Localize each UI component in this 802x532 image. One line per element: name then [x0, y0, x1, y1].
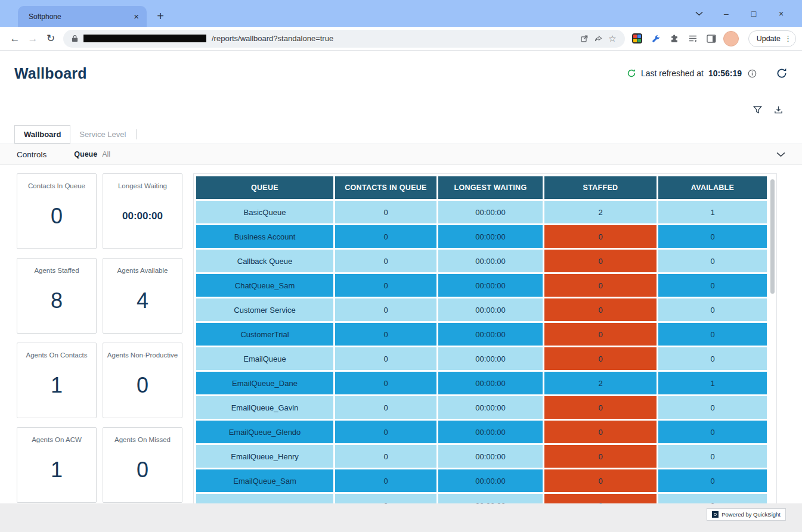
- contacts-cell[interactable]: 0: [335, 201, 436, 223]
- close-button[interactable]: ×: [767, 9, 795, 18]
- longest-cell[interactable]: 00:00:00: [438, 421, 543, 443]
- available-cell[interactable]: 0: [658, 396, 767, 419]
- queue-cell[interactable]: Business Account: [196, 225, 333, 248]
- address-bar[interactable]: /reports/wallboard?standalone=true ☆: [63, 30, 625, 48]
- queue-cell[interactable]: CustomerTrial: [196, 323, 333, 346]
- queue-cell[interactable]: Customer Service: [196, 298, 333, 321]
- window-chevron-icon[interactable]: [685, 11, 713, 16]
- available-cell[interactable]: 1: [658, 201, 767, 223]
- available-cell[interactable]: 1: [658, 372, 767, 394]
- staffed-cell[interactable]: 0: [544, 396, 657, 419]
- longest-cell[interactable]: 00:00:00: [438, 494, 543, 504]
- staffed-cell[interactable]: 0: [544, 347, 657, 370]
- longest-cell[interactable]: 00:00:00: [438, 201, 543, 223]
- back-button[interactable]: ←: [6, 33, 24, 45]
- available-cell[interactable]: 0: [658, 274, 767, 297]
- column-header-contacts-in-queue[interactable]: CONTACTS IN QUEUE: [335, 176, 436, 199]
- reading-list-icon[interactable]: [686, 32, 699, 45]
- new-tab-button[interactable]: +: [151, 7, 169, 25]
- available-cell[interactable]: 0: [658, 298, 767, 321]
- maximize-button[interactable]: □: [740, 9, 767, 18]
- export-download-icon[interactable]: [774, 105, 783, 114]
- column-header-queue[interactable]: QUEUE: [196, 176, 333, 199]
- queue-cell[interactable]: BasicQueue: [196, 201, 333, 223]
- queue-filter[interactable]: Queue All: [74, 150, 110, 158]
- browser-tab[interactable]: Softphone ×: [18, 6, 147, 27]
- browser-menu-kebab-icon[interactable]: ⋮: [784, 34, 792, 43]
- staffed-cell[interactable]: 0: [544, 298, 657, 321]
- column-header-longest-waiting[interactable]: LONGEST WAITING: [438, 176, 543, 199]
- staffed-cell[interactable]: 0: [544, 494, 657, 504]
- staffed-cell[interactable]: 0: [544, 274, 657, 297]
- color-extension-icon[interactable]: [631, 32, 644, 45]
- filter-funnel-icon[interactable]: [753, 105, 762, 114]
- contacts-cell[interactable]: 0: [335, 347, 436, 370]
- longest-cell[interactable]: 00:00:00: [438, 372, 543, 394]
- refresh-dashboard-button[interactable]: [776, 67, 788, 79]
- longest-cell[interactable]: 00:00:00: [438, 323, 543, 346]
- staffed-cell[interactable]: 0: [544, 421, 657, 443]
- available-cell[interactable]: 0: [658, 494, 767, 504]
- share-icon[interactable]: [594, 35, 603, 43]
- reload-button[interactable]: ↻: [42, 32, 60, 45]
- minimize-button[interactable]: –: [713, 9, 740, 18]
- queue-cell[interactable]: ChatQueue_Sam: [196, 274, 333, 297]
- controls-collapse-chevron-icon[interactable]: [776, 152, 785, 157]
- queue-cell[interactable]: EmailQueue_Dane: [196, 372, 333, 394]
- column-header-available[interactable]: AVAILABLE: [658, 176, 767, 199]
- contacts-cell[interactable]: 0: [335, 250, 436, 272]
- longest-cell[interactable]: 00:00:00: [438, 250, 543, 272]
- contacts-cell[interactable]: 0: [335, 469, 436, 492]
- available-cell[interactable]: 0: [658, 469, 767, 492]
- available-cell[interactable]: 0: [658, 445, 767, 468]
- queue-cell[interactable]: [196, 494, 333, 504]
- staffed-cell[interactable]: 0: [544, 323, 657, 346]
- available-cell[interactable]: 0: [658, 421, 767, 443]
- column-header-staffed[interactable]: STAFFED: [544, 176, 657, 199]
- longest-cell[interactable]: 00:00:00: [438, 298, 543, 321]
- longest-cell[interactable]: 00:00:00: [438, 225, 543, 248]
- longest-cell[interactable]: 00:00:00: [438, 396, 543, 419]
- bookmark-star-icon[interactable]: ☆: [608, 34, 616, 43]
- queue-cell[interactable]: EmailQueue: [196, 347, 333, 370]
- longest-cell[interactable]: 00:00:00: [438, 274, 543, 297]
- queue-cell[interactable]: EmailQueue_Sam: [196, 469, 333, 492]
- staffed-cell[interactable]: 0: [544, 469, 657, 492]
- longest-cell[interactable]: 00:00:00: [438, 347, 543, 370]
- profile-avatar[interactable]: [723, 31, 739, 46]
- contacts-cell[interactable]: 0: [335, 494, 436, 504]
- contacts-cell[interactable]: 0: [335, 445, 436, 468]
- lock-icon[interactable]: [72, 35, 78, 42]
- queue-cell[interactable]: EmailQueue_Glendo: [196, 421, 333, 443]
- quicksight-badge[interactable]: Powered by QuickSight: [707, 508, 786, 521]
- info-icon[interactable]: [748, 69, 757, 78]
- available-cell[interactable]: 0: [658, 250, 767, 272]
- forward-button[interactable]: →: [24, 33, 42, 45]
- table-scrollbar[interactable]: [770, 179, 775, 294]
- side-panel-icon[interactable]: [705, 32, 718, 45]
- longest-cell[interactable]: 00:00:00: [438, 445, 543, 468]
- contacts-cell[interactable]: 0: [335, 225, 436, 248]
- available-cell[interactable]: 0: [658, 225, 767, 248]
- contacts-cell[interactable]: 0: [335, 274, 436, 297]
- tab-close-icon[interactable]: ×: [132, 12, 141, 21]
- available-cell[interactable]: 0: [658, 347, 767, 370]
- wrench-extension-icon[interactable]: [649, 32, 662, 45]
- queue-cell[interactable]: EmailQueue_Henry: [196, 445, 333, 468]
- queue-cell[interactable]: EmailQueue_Gavin: [196, 396, 333, 419]
- contacts-cell[interactable]: 0: [335, 298, 436, 321]
- update-browser-button[interactable]: Update ⋮: [748, 30, 796, 47]
- longest-cell[interactable]: 00:00:00: [438, 469, 543, 492]
- staffed-cell[interactable]: 0: [544, 445, 657, 468]
- available-cell[interactable]: 0: [658, 323, 767, 346]
- contacts-cell[interactable]: 0: [335, 421, 436, 443]
- tab-service-level[interactable]: Service Level: [70, 125, 135, 144]
- staffed-cell[interactable]: 2: [544, 372, 657, 394]
- contacts-cell[interactable]: 0: [335, 396, 436, 419]
- tab-wallboard[interactable]: Wallboard: [14, 125, 70, 144]
- queue-cell[interactable]: Callback Queue: [196, 250, 333, 272]
- open-in-new-icon[interactable]: [580, 35, 589, 43]
- staffed-cell[interactable]: 0: [544, 225, 657, 248]
- staffed-cell[interactable]: 0: [544, 250, 657, 272]
- staffed-cell[interactable]: 2: [544, 201, 657, 223]
